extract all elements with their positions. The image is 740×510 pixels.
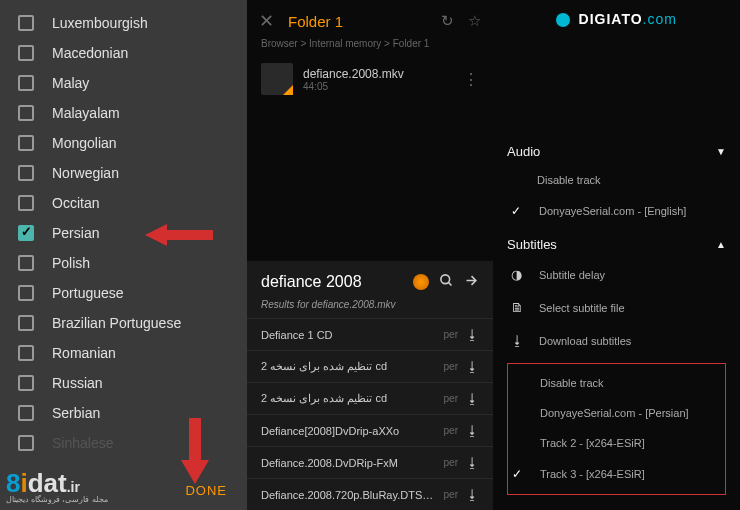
subtitle-result-row[interactable]: تنظیم شده برای نسخه 2 cdper⭳ (247, 350, 493, 382)
subtitle-track[interactable]: Disable track (508, 368, 725, 398)
checkbox-icon (18, 195, 34, 211)
language-item-norwegian[interactable]: Norwegian (0, 158, 247, 188)
subtitle-delay[interactable]: ◑ Subtitle delay (507, 258, 726, 291)
language-item-serbian[interactable]: Serbian (0, 398, 247, 428)
language-label: Brazilian Portuguese (52, 315, 181, 331)
checkbox-icon (18, 75, 34, 91)
subtitle-download[interactable]: ⭳ Download subtitles (507, 324, 726, 357)
download-icon[interactable]: ⭳ (466, 359, 479, 374)
subtitle-result-row[interactable]: تنظیم شده برای نسخه 2 cdper⭳ (247, 382, 493, 414)
result-lang: per (444, 329, 458, 340)
language-list: LuxembourgishMacedonianMalayMalayalamMon… (0, 0, 247, 466)
result-name: تنظیم شده برای نسخه 2 cd (261, 360, 436, 373)
file-thumbnail (261, 63, 293, 95)
result-name: Defiance.2008.DvDRip-FxM (261, 457, 436, 469)
language-item-malayalam[interactable]: Malayalam (0, 98, 247, 128)
file-row[interactable]: defiance.2008.mkv 44:05 ⋮ (247, 57, 493, 101)
subtitle-result-row[interactable]: Defiance 1 CDper⭳ (247, 318, 493, 350)
download-icon[interactable]: ⭳ (466, 327, 479, 342)
language-label: Polish (52, 255, 90, 271)
checkbox-icon (18, 255, 34, 271)
result-lang: per (444, 425, 458, 436)
subtitle-track[interactable]: ✓Track 3 - [x264-ESiR] (508, 458, 725, 490)
favorite-icon[interactable]: ☆ (468, 12, 481, 30)
search-icon[interactable] (439, 273, 454, 291)
language-item-romanian[interactable]: Romanian (0, 338, 247, 368)
checkbox-icon (18, 405, 34, 421)
audio-track[interactable]: ✓ DonyayeSerial.com - [English] (507, 195, 726, 227)
file-info: defiance.2008.mkv 44:05 (303, 67, 453, 92)
checkbox-icon (18, 375, 34, 391)
search-header: defiance 2008 (247, 261, 493, 297)
download-icon[interactable]: ⭳ (466, 487, 479, 502)
language-selection-panel: LuxembourgishMacedonianMalayMalayalamMon… (0, 0, 247, 510)
language-item-russian[interactable]: Russian (0, 368, 247, 398)
track-label: Disable track (540, 377, 721, 389)
download-icon[interactable]: ⭳ (466, 423, 479, 438)
result-lang: per (444, 457, 458, 468)
subtitle-track[interactable]: Track 2 - [x264-ESiR] (508, 428, 725, 458)
language-label: Portuguese (52, 285, 124, 301)
audio-section: Audio ▼ Disable track ✓ DonyayeSerial.co… (493, 134, 740, 227)
subtitles-header[interactable]: Subtitles ▲ (507, 227, 726, 258)
checkbox-icon (18, 15, 34, 31)
subtitle-result-row[interactable]: Defiance.2008.720p.BluRay.DTS.x264-ESiRp… (247, 478, 493, 510)
checkbox-icon (18, 315, 34, 331)
caret-down-icon: ▼ (716, 146, 726, 157)
result-lang: per (444, 393, 458, 404)
result-name: Defiance[2008]DvDrip-aXXo (261, 425, 436, 437)
language-label: Serbian (52, 405, 100, 421)
file-name: defiance.2008.mkv (303, 67, 453, 81)
language-label: Malayalam (52, 105, 120, 121)
audio-disable[interactable]: Disable track (507, 165, 726, 195)
subtitle-result-row[interactable]: Defiance.2008.DvDRip-FxMper⭳ (247, 446, 493, 478)
language-item-macedonian[interactable]: Macedonian (0, 38, 247, 68)
subtitles-section: Subtitles ▲ ◑ Subtitle delay 🗎 Select su… (493, 227, 740, 495)
result-lang: per (444, 489, 458, 500)
next-icon[interactable] (464, 273, 479, 291)
language-item-persian[interactable]: Persian (0, 218, 247, 248)
track-label: Track 2 - [x264-ESiR] (540, 437, 721, 449)
subtitle-select-file[interactable]: 🗎 Select subtitle file (507, 291, 726, 324)
language-label: Mongolian (52, 135, 117, 151)
check-icon: ✓ (512, 467, 528, 481)
audio-header[interactable]: Audio ▼ (507, 134, 726, 165)
result-name: Defiance 1 CD (261, 329, 436, 341)
language-item-brazilian-portuguese[interactable]: Brazilian Portuguese (0, 308, 247, 338)
browser-header: ✕ Folder 1 ↻ ☆ (247, 0, 493, 36)
language-item-portuguese[interactable]: Portuguese (0, 278, 247, 308)
download-icon[interactable]: ⭳ (466, 391, 479, 406)
language-label: Luxembourgish (52, 15, 148, 31)
subtitle-search-panel: defiance 2008 Results for defiance.2008.… (247, 261, 493, 510)
breadcrumb[interactable]: Browser > Internal memory > Folder 1 (247, 36, 493, 57)
result-name: تنظیم شده برای نسخه 2 cd (261, 392, 436, 405)
checkbox-icon (18, 45, 34, 61)
language-item-mongolian[interactable]: Mongolian (0, 128, 247, 158)
subtitle-result-row[interactable]: Defiance[2008]DvDrip-aXXoper⭳ (247, 414, 493, 446)
refresh-icon[interactable]: ↻ (441, 12, 454, 30)
player-settings-panel: DIGIATO.com Audio ▼ Disable track ✓ Dony… (493, 0, 740, 510)
download-icon[interactable]: ⭳ (466, 455, 479, 470)
language-item-occitan[interactable]: Occitan (0, 188, 247, 218)
browser-panel: ✕ Folder 1 ↻ ☆ Browser > Internal memory… (247, 0, 493, 510)
result-name: Defiance.2008.720p.BluRay.DTS.x264-ESiR (261, 489, 436, 501)
highlighted-tracks: Disable trackDonyayeSerial.com - [Persia… (507, 363, 726, 495)
subtitle-track[interactable]: DonyayeSerial.com - [Persian] (508, 398, 725, 428)
done-button[interactable]: DONE (185, 483, 227, 498)
globe-icon[interactable] (413, 274, 429, 290)
language-label: Russian (52, 375, 103, 391)
language-item-polish[interactable]: Polish (0, 248, 247, 278)
language-label: Persian (52, 225, 99, 241)
language-item-sinhalese[interactable]: Sinhalese (0, 428, 247, 458)
language-label: Occitan (52, 195, 99, 211)
close-icon[interactable]: ✕ (259, 10, 274, 32)
download-icon: ⭳ (511, 333, 527, 348)
checkbox-icon (18, 225, 34, 241)
more-icon[interactable]: ⋮ (463, 70, 479, 89)
language-label: Malay (52, 75, 89, 91)
results-label: Results for defiance.2008.mkv (247, 297, 493, 318)
caret-up-icon: ▲ (716, 239, 726, 250)
file-icon: 🗎 (511, 300, 527, 315)
language-item-luxembourgish[interactable]: Luxembourgish (0, 8, 247, 38)
language-item-malay[interactable]: Malay (0, 68, 247, 98)
